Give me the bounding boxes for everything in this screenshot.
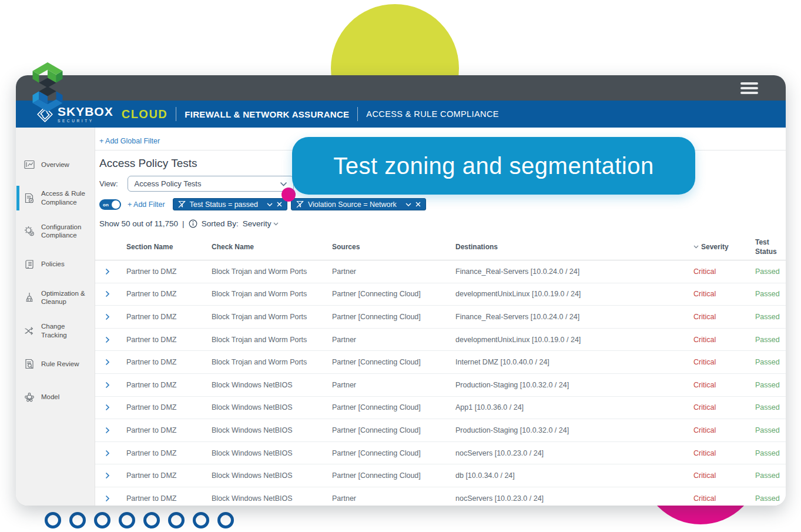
nav-module-title[interactable]: FIREWALL & NETWORK ASSURANCE: [185, 109, 349, 119]
col-header-section-name[interactable]: Section Name: [126, 242, 212, 252]
close-icon[interactable]: [415, 202, 421, 207]
close-icon[interactable]: [277, 202, 282, 207]
table-row[interactable]: Partner to DMZ Block Trojan and Worm Por…: [95, 351, 786, 374]
expand-row-chevron-icon[interactable]: [95, 427, 126, 434]
callout-text: Test zoning and segmentation: [333, 153, 653, 179]
table-row[interactable]: Partner to DMZ Block Windows NetBIOS Par…: [95, 487, 786, 506]
view-label: View:: [99, 179, 118, 188]
sidebar-item-label: Change Tracking: [41, 322, 90, 339]
col-header-destinations[interactable]: Destinations: [455, 242, 693, 252]
cell-severity: Critical: [693, 449, 755, 457]
cell-sources: Partner [Connecting Cloud]: [332, 403, 455, 411]
sidebar-item-overview[interactable]: Overview: [16, 151, 95, 178]
filter-chip-violation-source[interactable]: Violation Source = Network: [291, 198, 426, 210]
hamburger-menu-icon[interactable]: [740, 82, 758, 94]
view-dropdown[interactable]: Access Policy Tests: [128, 176, 294, 192]
table-row[interactable]: Partner to DMZ Block Trojan and Worm Por…: [95, 283, 786, 306]
table-row[interactable]: Partner to DMZ Block Windows NetBIOS Par…: [95, 374, 786, 397]
cell-severity: Critical: [693, 471, 755, 480]
sidebar-item-policies[interactable]: Policies: [16, 251, 95, 278]
configuration-compliance-icon: [23, 225, 36, 237]
filter-chip-test-status[interactable]: Test Status = passed: [173, 198, 287, 210]
decor-circle: [119, 512, 135, 528]
add-global-filter-link[interactable]: + Add Global Filter: [99, 137, 160, 145]
decor-circle: [94, 512, 110, 528]
expand-row-chevron-icon[interactable]: [95, 382, 126, 389]
cell-check-name: Block Windows NetBIOS: [212, 426, 332, 434]
col-header-test-status[interactable]: Test Status: [755, 237, 786, 256]
app-navbar: SKYBOX SECURITY CLOUD FIREWALL & NETWORK…: [16, 101, 786, 128]
expand-row-chevron-icon[interactable]: [95, 290, 126, 297]
sidebar-item-label: Policies: [41, 260, 65, 268]
sidebar-item-optimization-cleanup[interactable]: Optimization & Cleanup: [16, 284, 95, 311]
add-filter-link[interactable]: + Add Filter: [128, 200, 165, 209]
cell-severity: Critical: [693, 336, 755, 344]
cell-section-name: Partner to DMZ: [126, 313, 212, 321]
cell-severity: Critical: [693, 290, 755, 298]
cell-sources: Partner [Connecting Cloud]: [332, 290, 455, 298]
cell-section-name: Partner to DMZ: [126, 426, 212, 434]
cell-destinations: Finance_Real-Servers [10.0.24.0 / 24]: [455, 267, 693, 276]
cell-destinations: developmentUnixLinux [10.0.19.0 / 24]: [455, 290, 693, 298]
sidebar-item-configuration-compliance[interactable]: Configuration Compliance: [16, 218, 95, 245]
view-dropdown-value: Access Policy Tests: [135, 179, 202, 188]
sorted-by-dropdown[interactable]: Severity: [243, 219, 279, 228]
cell-section-name: Partner to DMZ: [126, 471, 212, 480]
cell-severity: Critical: [693, 494, 755, 503]
table-body: Partner to DMZ Block Trojan and Worm Por…: [95, 260, 786, 506]
sidebar-item-label: Overview: [41, 160, 69, 169]
cell-test-status: Passed: [755, 336, 786, 344]
expand-row-chevron-icon[interactable]: [95, 313, 126, 320]
table-row[interactable]: Partner to DMZ Block Trojan and Worm Por…: [95, 306, 786, 329]
cell-section-name: Partner to DMZ: [126, 358, 212, 366]
cell-destinations: Internet DMZ [10.0.40.0 / 24]: [455, 358, 693, 366]
nav-section-title[interactable]: ACCESS & RULE COMPLIANCE: [366, 109, 499, 119]
table-row[interactable]: Partner to DMZ Block Windows NetBIOS Par…: [95, 464, 786, 487]
brand-subtitle: SECURITY: [58, 119, 113, 123]
expand-row-chevron-icon[interactable]: [95, 336, 126, 343]
cell-check-name: Block Trojan and Worm Ports: [212, 313, 332, 321]
expand-row-chevron-icon[interactable]: [95, 450, 126, 457]
sidebar-item-change-tracking[interactable]: Change Tracking: [16, 317, 95, 344]
cell-check-name: Block Windows NetBIOS: [212, 449, 332, 457]
toggle-knob: [112, 200, 120, 209]
table-row[interactable]: Partner to DMZ Block Windows NetBIOS Par…: [95, 419, 786, 442]
info-icon[interactable]: [189, 219, 197, 228]
expand-row-chevron-icon[interactable]: [95, 472, 126, 479]
col-header-severity[interactable]: Severity: [693, 242, 755, 252]
nav-separator: [176, 107, 176, 121]
expand-row-chevron-icon[interactable]: [95, 495, 126, 502]
filters-toggle[interactable]: on: [99, 199, 121, 210]
table-row[interactable]: Partner to DMZ Block Windows NetBIOS Par…: [95, 397, 786, 420]
decor-pink-dot: [281, 188, 296, 202]
table-row[interactable]: Partner to DMZ Block Trojan and Worm Por…: [95, 260, 786, 283]
chevron-down-icon[interactable]: [267, 203, 273, 206]
sorted-by-value: Severity: [243, 219, 272, 228]
table-row[interactable]: Partner to DMZ Block Trojan and Worm Por…: [95, 329, 786, 352]
cell-destinations: Production-Staging [10.0.32.0 / 24]: [455, 381, 693, 389]
cell-sources: Partner: [332, 494, 455, 503]
cell-severity: Critical: [693, 313, 755, 321]
expand-row-chevron-icon[interactable]: [95, 359, 126, 366]
model-icon: [23, 392, 36, 403]
col-header-sources[interactable]: Sources: [332, 242, 455, 252]
results-table: Section Name Check Name Sources Destinat…: [95, 234, 786, 506]
callout-bubble: Test zoning and segmentation: [292, 137, 695, 195]
table-row[interactable]: Partner to DMZ Block Windows NetBIOS Par…: [95, 442, 786, 465]
expand-row-chevron-icon[interactable]: [95, 268, 126, 275]
decor-circle: [143, 512, 160, 528]
sidebar-item-rule-review[interactable]: Rule Review: [16, 350, 95, 377]
cell-check-name: Block Windows NetBIOS: [212, 381, 332, 389]
chevron-down-icon[interactable]: [405, 203, 411, 206]
cell-destinations: Production-Staging [10.0.32.0 / 24]: [455, 426, 693, 434]
sidebar-item-access-rule-compliance[interactable]: Access & Rule Compliance: [16, 185, 95, 212]
cell-section-name: Partner to DMZ: [126, 403, 212, 411]
expand-row-chevron-icon[interactable]: [95, 404, 126, 411]
toggle-label: on: [103, 202, 109, 208]
access-rule-compliance-icon: [23, 192, 36, 204]
col-header-check-name[interactable]: Check Name: [212, 242, 332, 252]
page-title: Access Policy Tests: [99, 157, 197, 170]
sidebar-item-model[interactable]: Model: [16, 384, 95, 411]
sidebar-item-label: Configuration Compliance: [41, 223, 90, 240]
cell-destinations: nocServers [10.0.23.0 / 24]: [455, 494, 693, 503]
